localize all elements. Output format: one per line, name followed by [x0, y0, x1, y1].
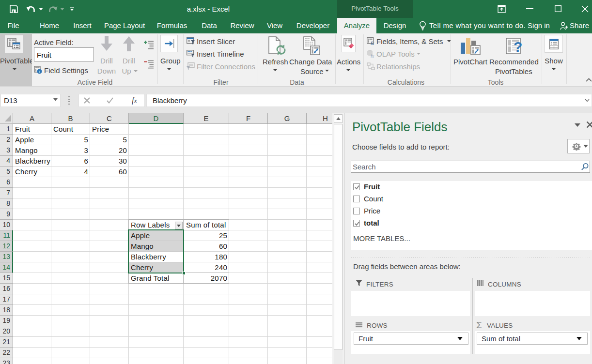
svg-text:i: i	[39, 69, 40, 74]
svg-text:fx: fx	[371, 53, 374, 58]
svg-text:fx: fx	[371, 41, 374, 46]
svg-text:?: ?	[514, 39, 522, 55]
